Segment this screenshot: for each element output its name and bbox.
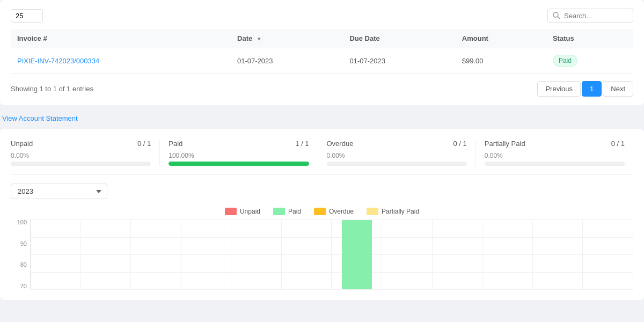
account-statement-link[interactable]: View Account Statement (2, 114, 78, 122)
chart-bar-jul (342, 220, 372, 289)
overdue-percent: 0.00% (327, 152, 467, 159)
chart-col-jan (31, 219, 81, 289)
chart-col-may (231, 219, 282, 289)
chart-col-jun (282, 219, 332, 289)
year-select[interactable]: 2021 2022 2023 2024 (11, 184, 107, 199)
svg-line-1 (558, 17, 560, 19)
pagination-row: Showing 1 to 1 of 1 entries Previous 1 N… (11, 81, 633, 97)
legend-partially-paid-label: Partially Paid (382, 208, 419, 215)
legend-partially-paid-color (367, 208, 378, 215)
y-label-90: 90 (11, 241, 27, 247)
chart-col-mar (131, 219, 181, 289)
chart-col-sep (433, 219, 483, 289)
year-selector[interactable]: 2021 2022 2023 2024 (11, 184, 633, 199)
unpaid-label: Unpaid (11, 140, 33, 148)
col-due-date: Due Date (343, 29, 455, 48)
overdue-label: Overdue (327, 140, 354, 148)
legend-partially-paid: Partially Paid (367, 208, 419, 215)
invoice-amount: $99.00 (456, 48, 546, 74)
chart-columns (31, 219, 633, 289)
next-button[interactable]: Next (603, 81, 633, 97)
legend-unpaid-label: Unpaid (240, 208, 260, 215)
overdue-value: 0 / 1 (453, 140, 466, 148)
paid-progress-bg (169, 162, 309, 166)
search-icon (552, 11, 561, 20)
legend-paid-label: Paid (288, 208, 301, 215)
legend-overdue-label: Overdue (329, 208, 354, 215)
chart-area: 100 90 80 70 (11, 219, 633, 289)
stat-overdue: Overdue 0 / 1 0.00% (318, 140, 476, 166)
y-label-100: 100 (11, 219, 27, 225)
chart-legend: Unpaid Paid Overdue Partially Paid (11, 208, 633, 215)
chart-col-feb (81, 219, 131, 289)
col-invoice: Invoice # (11, 29, 231, 48)
invoice-status: Paid (546, 48, 633, 74)
chart-col-aug (382, 219, 433, 289)
legend-paid: Paid (273, 208, 301, 215)
legend-overdue-color (314, 208, 326, 215)
col-amount: Amount (456, 29, 546, 48)
sort-icon: ▼ (257, 36, 262, 42)
y-label-80: 80 (11, 262, 27, 268)
invoice-date: 01-07-2023 (231, 48, 343, 74)
partially-paid-label: Partially Paid (485, 140, 525, 148)
search-input[interactable] (564, 12, 628, 20)
per-page-select[interactable]: 25 50 100 (11, 9, 43, 23)
stats-card: Unpaid 0 / 1 0.00% Paid 1 / 1 100.00% (0, 129, 644, 300)
unpaid-progress-bg (11, 162, 151, 166)
paid-progress-fill (169, 162, 309, 166)
chart-col-apr (181, 219, 232, 289)
invoice-number[interactable]: PIXIE-INV-742023/000334 (11, 48, 231, 74)
col-status: Status (546, 29, 633, 48)
showing-text: Showing 1 to 1 of 1 entries (11, 85, 93, 93)
chart-col-dec (583, 219, 633, 289)
partially-paid-value: 0 / 1 (611, 140, 625, 148)
status-badge: Paid (553, 55, 577, 67)
col-date[interactable]: Date ▼ (231, 29, 343, 48)
partially-paid-progress-bg (485, 162, 625, 166)
chart-grid (30, 219, 633, 289)
chart-col-nov (533, 219, 583, 289)
table-row: PIXIE-INV-742023/000334 01-07-2023 01-07… (11, 48, 633, 74)
stat-unpaid: Unpaid 0 / 1 0.00% (11, 140, 160, 166)
svg-point-0 (553, 12, 558, 17)
partially-paid-percent: 0.00% (485, 152, 625, 159)
page-1-button[interactable]: 1 (582, 81, 602, 97)
unpaid-percent: 0.00% (11, 152, 151, 159)
per-page-selector[interactable]: 25 50 100 (11, 9, 43, 23)
paid-percent: 100.00% (169, 152, 309, 159)
stat-paid: Paid 1 / 1 100.00% (160, 140, 318, 166)
previous-button[interactable]: Previous (537, 81, 581, 97)
invoice-due-date: 01-07-2023 (343, 48, 455, 74)
search-box (547, 9, 633, 23)
chart-y-axis: 100 90 80 70 (11, 219, 30, 289)
invoices-table: Invoice # Date ▼ Due Date Amount Status (11, 29, 633, 74)
legend-unpaid: Unpaid (225, 208, 260, 215)
unpaid-value: 0 / 1 (137, 140, 151, 148)
pagination-controls: Previous 1 Next (537, 81, 633, 97)
overdue-progress-bg (327, 162, 467, 166)
legend-overdue: Overdue (314, 208, 354, 215)
stats-row: Unpaid 0 / 1 0.00% Paid 1 / 1 100.00% (11, 140, 633, 175)
paid-value: 1 / 1 (295, 140, 309, 148)
paid-label: Paid (169, 140, 182, 148)
chart-col-jul (332, 219, 382, 289)
legend-unpaid-color (225, 208, 237, 215)
chart-col-oct (482, 219, 533, 289)
legend-paid-color (273, 208, 285, 215)
y-label-70: 70 (11, 283, 27, 289)
stat-partially-paid: Partially Paid 0 / 1 0.00% (476, 140, 633, 166)
